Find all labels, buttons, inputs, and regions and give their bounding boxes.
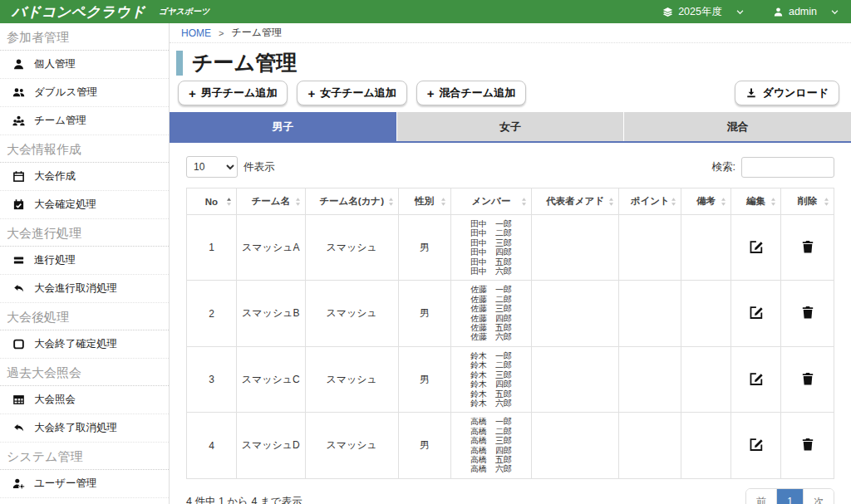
column-header-gender[interactable]: 性別	[398, 188, 450, 215]
cell-team-kana: スマッシュ	[305, 215, 398, 281]
download-button[interactable]: ダウンロード	[735, 81, 839, 105]
cell-no: 1	[187, 215, 237, 281]
sort-icon	[669, 196, 678, 207]
button-label: 女子チーム追加	[320, 86, 396, 100]
sidebar-item-team-management[interactable]: チーム管理	[0, 107, 169, 135]
plus-icon: +	[427, 87, 435, 100]
page-size-select[interactable]: 10	[186, 156, 238, 178]
team-icon	[12, 115, 25, 127]
sidebar-item-tournament-inquiry[interactable]: 大会照会	[0, 386, 169, 414]
edit-icon	[749, 239, 764, 254]
column-header-rep-email[interactable]: 代表者メアド	[532, 188, 619, 215]
teams-table: No チーム名 チーム名(カナ) 性別 メンバー 代表者メアド ポイント 備考 …	[186, 188, 834, 479]
delete-button[interactable]	[800, 239, 815, 254]
column-header-no[interactable]: No	[187, 188, 237, 215]
table-row: 3 スマッシュC スマッシュ 男 鈴木 一郎鈴木 二郎 鈴木 三郎鈴木 四郎 鈴…	[187, 346, 834, 412]
cell-team-kana: スマッシュ	[305, 413, 398, 478]
add-womens-team-button[interactable]: + 女子チーム追加	[297, 81, 406, 105]
year-selector[interactable]: 2025年度	[662, 5, 745, 19]
sidebar-item-label: 大会進行取消処理	[34, 281, 117, 296]
cell-rep-email	[532, 346, 619, 412]
cell-points	[619, 215, 681, 281]
cell-note	[681, 413, 731, 478]
cell-members: 鈴木 一郎鈴木 二郎 鈴木 三郎鈴木 四郎 鈴木 五郎鈴木 六郎	[450, 346, 531, 412]
sidebar-section-tournament-progress: 大会進行処理	[0, 219, 169, 247]
delete-button[interactable]	[800, 371, 815, 386]
column-header-team-kana[interactable]: チーム名(カナ)	[305, 188, 398, 215]
sidebar-item-tournament-create[interactable]: 大会作成	[0, 163, 169, 191]
cell-no: 3	[187, 346, 237, 412]
add-mixed-team-button[interactable]: + 混合チーム追加	[416, 81, 526, 105]
cell-team-name: スマッシュB	[236, 281, 305, 346]
sidebar-item-label: 大会終了確定処理	[34, 337, 117, 351]
sidebar-item-option-settings[interactable]: オプション設定	[0, 498, 169, 504]
cell-note	[681, 346, 731, 412]
cell-points	[619, 346, 681, 412]
sidebar-item-label: 大会作成	[34, 169, 76, 183]
sort-icon	[822, 196, 831, 207]
edit-button[interactable]	[749, 437, 764, 452]
sidebar-section-past-tournament: 過去大会照会	[0, 359, 169, 386]
button-label: 男子チーム追加	[201, 86, 278, 100]
edit-button[interactable]	[749, 239, 764, 254]
pagination-next-button[interactable]: 次	[803, 489, 834, 504]
sort-icon	[607, 196, 616, 207]
user-menu[interactable]: admin	[773, 6, 839, 17]
chevron-down-icon	[735, 7, 745, 17]
sidebar-item-progress-process[interactable]: 進行処理	[0, 247, 169, 275]
user-icon	[773, 7, 784, 17]
sidebar-item-label: 個人管理	[34, 57, 76, 71]
cell-rep-email	[532, 281, 619, 346]
cell-rep-email	[532, 413, 619, 478]
tab-mixed[interactable]: 混合	[624, 112, 851, 141]
pagination-page-1-button[interactable]: 1	[776, 489, 803, 504]
cell-no: 4	[187, 413, 237, 478]
square-icon	[12, 338, 25, 350]
cell-team-kana: スマッシュ	[305, 281, 398, 346]
button-label: ダウンロード	[762, 86, 829, 100]
search-input[interactable]	[741, 157, 834, 178]
tab-womens[interactable]: 女子	[397, 112, 625, 141]
edit-button[interactable]	[749, 305, 764, 320]
edit-button[interactable]	[749, 371, 764, 386]
pagination-prev-button[interactable]: 前	[746, 489, 776, 504]
calendar-icon	[12, 170, 25, 183]
plus-icon: +	[307, 87, 315, 100]
sidebar-item-doubles-management[interactable]: ダブルス管理	[0, 79, 169, 107]
sidebar-item-finish-cancel[interactable]: 大会終了取消処理	[0, 414, 169, 443]
cell-no: 2	[187, 281, 237, 346]
sidebar-item-finish-confirm[interactable]: 大会終了確定処理	[0, 330, 169, 359]
sidebar-item-personal-management[interactable]: 個人管理	[0, 51, 169, 79]
user-icon	[12, 58, 25, 71]
tab-mens[interactable]: 男子	[170, 112, 397, 141]
delete-button[interactable]	[800, 305, 815, 320]
column-header-points[interactable]: ポイント	[619, 188, 681, 215]
column-header-delete[interactable]: 削除	[781, 188, 834, 215]
table-info-text: 4 件中 1 から 4 まで表示	[186, 495, 302, 504]
column-header-edit[interactable]: 編集	[731, 188, 781, 215]
add-mens-team-button[interactable]: + 男子チーム追加	[178, 81, 288, 105]
cell-gender: 男	[398, 281, 450, 346]
brand-logo: ゴヤスポーツ	[159, 6, 209, 17]
column-header-note[interactable]: 備考	[681, 188, 731, 215]
delete-button[interactable]	[800, 437, 815, 452]
sidebar: 参加者管理 個人管理 ダブルス管理 チーム管理 大会情報作成 大会作成 大会確定…	[0, 23, 170, 504]
sidebar-item-progress-cancel[interactable]: 大会進行取消処理	[0, 275, 169, 303]
cell-members: 田中 一郎田中 二郎 田中 三郎田中 四郎 田中 五郎田中 六郎	[450, 215, 531, 281]
page-title: チーム管理	[192, 49, 297, 76]
sidebar-section-tournament-create: 大会情報作成	[0, 135, 169, 163]
download-icon	[745, 87, 757, 99]
trash-icon	[800, 437, 815, 452]
sidebar-item-user-management[interactable]: ユーザー管理	[0, 470, 169, 498]
sidebar-item-tournament-confirm[interactable]: 大会確定処理	[0, 191, 169, 219]
sidebar-item-label: ダブルス管理	[34, 86, 97, 100]
sort-icon	[519, 196, 529, 207]
breadcrumb-home-link[interactable]: HOME	[181, 27, 211, 39]
column-header-team-name[interactable]: チーム名	[236, 188, 305, 215]
tasks-icon	[12, 254, 25, 267]
sort-icon	[439, 196, 448, 207]
main-content: HOME > チーム管理 チーム管理 + 男子チーム追加 + 女子チーム追加 +…	[170, 23, 851, 504]
app-logo[interactable]: バドコンペクラウド	[12, 2, 145, 22]
column-header-members[interactable]: メンバー	[450, 188, 531, 215]
breadcrumb: HOME > チーム管理	[170, 23, 851, 43]
